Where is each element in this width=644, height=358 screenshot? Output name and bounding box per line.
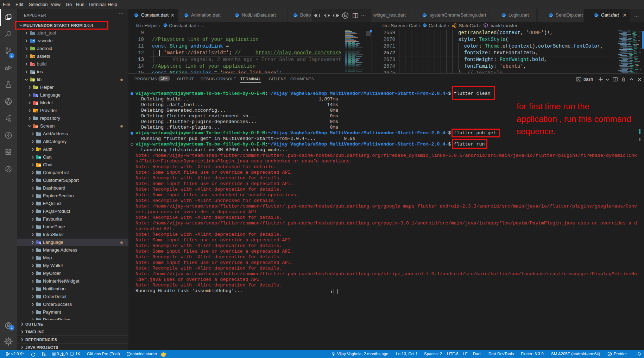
svg-text:iOS: iOS <box>32 72 35 74</box>
